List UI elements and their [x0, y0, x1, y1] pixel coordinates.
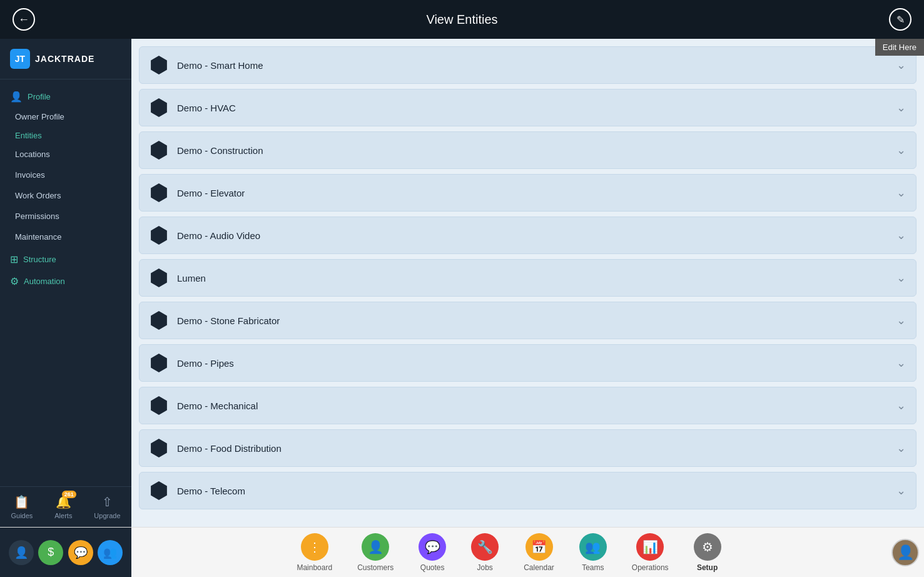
user-avatar[interactable]: 👤 [891, 539, 919, 566]
entity-chevron-icon: ⌄ [896, 314, 906, 327]
profile-label: Profile [28, 92, 51, 101]
entity-hex-icon [150, 311, 168, 330]
upgrade-label: Upgrade [94, 512, 120, 519]
nav-label-operations: Operations [632, 563, 669, 572]
entity-chevron-icon: ⌄ [896, 143, 906, 157]
entity-hex-icon [150, 481, 168, 500]
sidebar-nav: 👤 Profile Owner Profile Entities Locatio… [0, 79, 131, 486]
sidebar-item-work-orders[interactable]: Work Orders [0, 185, 131, 206]
nav-icon-quotes: 💬 [419, 533, 446, 561]
entity-name: Demo - Smart Home [177, 60, 896, 71]
sidebar-item-locations[interactable]: Locations [0, 144, 131, 165]
nav-icon-teams: 👥 [579, 533, 607, 561]
top-header: ← View Entities ✎ Edit Here [0, 0, 924, 39]
entity-hex-icon [150, 439, 168, 457]
profile-icon: 👤 [10, 91, 23, 103]
nav-label-mainboard: Mainboard [297, 563, 332, 572]
sidebar-item-permissions[interactable]: Permissions [0, 206, 131, 227]
upgrade-button[interactable]: ⇧ Upgrade [94, 494, 120, 519]
entity-hex-icon [150, 56, 168, 74]
entity-chevron-icon: ⌄ [896, 441, 906, 455]
edit-here-badge: Edit Here [875, 39, 924, 56]
logo-text: JACKTRADE [35, 54, 94, 64]
nav-icon-calendar: 📅 [525, 533, 553, 561]
sidebar-section-structure[interactable]: ⊞ Structure [0, 247, 131, 269]
sidebar-logo: JT JACKTRADE [0, 39, 131, 79]
nav-icon-customers: 👤 [362, 533, 389, 561]
nav-item-calendar[interactable]: 📅 Calendar [511, 528, 567, 577]
entity-card-10[interactable]: Demo - Telecom ⌄ [139, 472, 916, 509]
entity-hex-icon [150, 268, 168, 287]
nav-item-operations[interactable]: 📊 Operations [619, 528, 681, 577]
logo-icon: JT [10, 49, 30, 69]
entity-chevron-icon: ⌄ [896, 356, 906, 370]
entity-chevron-icon: ⌄ [896, 399, 906, 412]
entity-name: Demo - Telecom [177, 486, 896, 496]
bottom-strip: 👤 $ 💬 👥 ⋮ Mainboard 👤 Customers 💬 Quotes… [0, 527, 924, 577]
entity-chevron-icon: ⌄ [896, 101, 906, 115]
entity-hex-icon [150, 183, 168, 202]
entity-card-3[interactable]: Demo - Elevator ⌄ [139, 174, 916, 212]
nav-icon-jobs: 🔧 [471, 533, 499, 561]
automation-label: Automation [24, 277, 65, 286]
guides-icon: 📋 [14, 494, 29, 509]
nav-item-customers[interactable]: 👤 Customers [345, 528, 406, 577]
entity-card-6[interactable]: Demo - Stone Fabricator ⌄ [139, 302, 916, 339]
nav-label-quotes: Quotes [420, 563, 445, 572]
entity-card-1[interactable]: Demo - HVAC ⌄ [139, 89, 916, 126]
nav-label-customers: Customers [357, 563, 393, 572]
dollar-icon-button[interactable]: $ [38, 540, 63, 565]
sidebar-bottom: 📋 Guides 🔔 261 Alerts ⇧ Upgrade [0, 486, 131, 527]
entity-card-2[interactable]: Demo - Construction ⌄ [139, 131, 916, 169]
entity-name: Demo - Elevator [177, 188, 896, 198]
entity-chevron-icon: ⌄ [896, 228, 906, 242]
alerts-label: Alerts [54, 512, 72, 519]
nav-label-teams: Teams [582, 563, 604, 572]
sidebar-item-owner-profile[interactable]: Owner Profile [0, 106, 131, 127]
nav-item-setup[interactable]: ⚙ Setup [681, 528, 734, 577]
avatar-container: 👤 [886, 539, 924, 566]
people-icon-button[interactable]: 👥 [98, 540, 123, 565]
entity-name: Demo - Audio Video [177, 230, 896, 241]
sidebar-item-invoices[interactable]: Invoices [0, 165, 131, 185]
guides-label: Guides [11, 512, 33, 519]
main-layout: JT JACKTRADE 👤 Profile Owner Profile Ent… [0, 39, 924, 527]
nav-label-setup: Setup [697, 563, 718, 572]
sidebar-item-maintenance[interactable]: Maintenance [0, 227, 131, 247]
entity-card-8[interactable]: Demo - Mechanical ⌄ [139, 387, 916, 424]
nav-label-jobs: Jobs [477, 563, 492, 572]
nav-label-calendar: Calendar [524, 563, 554, 572]
sidebar-section-profile[interactable]: 👤 Profile [0, 84, 131, 106]
nav-icon-setup: ⚙ [694, 533, 721, 561]
nav-item-jobs[interactable]: 🔧 Jobs [459, 528, 511, 577]
entity-card-5[interactable]: Lumen ⌄ [139, 259, 916, 297]
entity-name: Demo - Pipes [177, 358, 896, 369]
entity-chevron-icon: ⌄ [896, 58, 906, 72]
nav-icon-mainboard: ⋮ [301, 533, 328, 561]
entity-hex-icon [150, 226, 168, 245]
entity-card-4[interactable]: Demo - Audio Video ⌄ [139, 217, 916, 254]
chat-icon-button[interactable]: 💬 [68, 540, 93, 565]
nav-item-quotes[interactable]: 💬 Quotes [406, 528, 459, 577]
sidebar-section-automation[interactable]: ⚙ Automation [0, 269, 131, 291]
nav-item-teams[interactable]: 👥 Teams [567, 528, 619, 577]
nav-item-mainboard[interactable]: ⋮ Mainboard [284, 528, 345, 577]
entity-chevron-icon: ⌄ [896, 271, 906, 285]
entity-chevron-icon: ⌄ [896, 186, 906, 200]
entity-name: Demo - Construction [177, 145, 896, 156]
entity-name: Demo - Stone Fabricator [177, 315, 896, 326]
entity-name: Demo - HVAC [177, 103, 896, 113]
alerts-button[interactable]: 🔔 261 Alerts [54, 494, 72, 519]
edit-icon-button[interactable]: ✎ [889, 8, 911, 31]
entity-card-0[interactable]: Demo - Smart Home ⌄ [139, 46, 916, 84]
entity-name: Demo - Food Distribution [177, 443, 896, 454]
entity-card-7[interactable]: Demo - Pipes ⌄ [139, 344, 916, 382]
guides-button[interactable]: 📋 Guides [11, 494, 33, 519]
sidebar: JT JACKTRADE 👤 Profile Owner Profile Ent… [0, 39, 131, 527]
person-icon-button[interactable]: 👤 [9, 540, 34, 565]
alerts-badge: 261 [62, 491, 76, 498]
page-title: View Entities [426, 13, 497, 27]
back-button[interactable]: ← [13, 8, 35, 31]
entity-card-9[interactable]: Demo - Food Distribution ⌄ [139, 429, 916, 467]
content-area: Demo - Smart Home ⌄ Demo - HVAC ⌄ Demo -… [131, 39, 924, 527]
